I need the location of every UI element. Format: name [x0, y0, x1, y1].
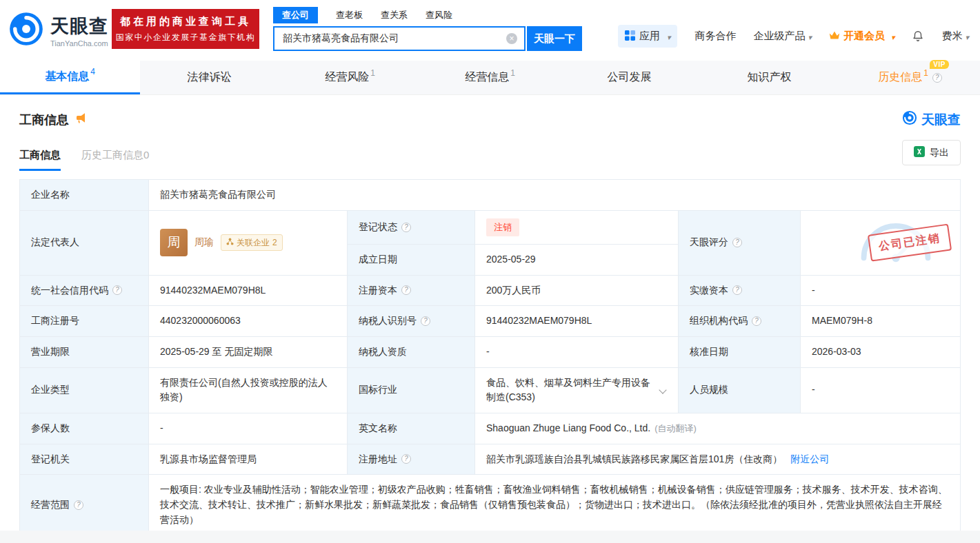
- tianyancha-logo-icon: [902, 110, 917, 129]
- tab-count: 1: [510, 68, 515, 78]
- tab-operation-risk[interactable]: 经营风险1: [280, 61, 420, 94]
- export-button[interactable]: 导出: [902, 140, 961, 165]
- search-tab-boss[interactable]: 查老板: [336, 9, 363, 21]
- tab-intellectual-property[interactable]: 知识产权: [700, 61, 840, 94]
- related-companies-badge[interactable]: 关联企业 2: [221, 234, 283, 252]
- row-business-scope: 经营范围 一般项目: 农业专业及辅助性活动；智能农业管理；初级农产品收购；牲畜销…: [20, 475, 961, 535]
- watermark-logo: 天眼查: [902, 110, 961, 129]
- avatar[interactable]: 周: [160, 229, 188, 256]
- row-credit-code: 统一社会信用代码 91440232MAEM079H8L 注册资本 200万人民币…: [20, 275, 961, 306]
- legal-rep-link[interactable]: 周瑜: [194, 235, 214, 250]
- search-tab-risk[interactable]: 查风险: [426, 9, 452, 21]
- chevron-down-icon: [962, 30, 969, 42]
- tianyancha-logo-icon: [8, 11, 44, 50]
- help-icon[interactable]: [752, 316, 761, 326]
- business-info-table: 企业名称 韶关市猪葛亮食品有限公司 法定代表人 周 周瑜 关联企业 2: [19, 179, 961, 535]
- tab-legal-proceedings[interactable]: 法律诉讼: [140, 61, 280, 94]
- taxpayer-id-value: 91440232MAEM079H8L: [475, 306, 679, 337]
- page-footer-strip: [0, 531, 980, 543]
- label-company-type: 企业类型: [20, 367, 149, 413]
- notification-bell-icon[interactable]: [912, 30, 924, 43]
- section-title-row: 工商信息: [19, 112, 87, 128]
- subtab-history-business-info[interactable]: 历史工商信息0: [81, 149, 149, 171]
- promo-banner: 都在用的商业查询工具 国家中小企业发展子基金旗下机构: [112, 9, 259, 49]
- help-icon[interactable]: [112, 285, 122, 295]
- help-icon[interactable]: [421, 316, 430, 326]
- help-icon[interactable]: [401, 223, 411, 232]
- row-insured-count: 参保人数 - 英文名称 Shaoguan Zhuge Liang Food Co…: [20, 413, 961, 444]
- tab-company-development[interactable]: 公司发展: [560, 61, 700, 94]
- search-tab-company[interactable]: 查公司: [273, 7, 318, 23]
- help-icon[interactable]: [74, 500, 83, 510]
- label-org-code: 组织机构代码: [679, 306, 801, 337]
- search-button[interactable]: 天眼一下: [527, 26, 582, 51]
- search-tab-relation[interactable]: 查关系: [381, 9, 408, 21]
- tab-basic-info[interactable]: 基本信息4: [0, 61, 140, 94]
- tab-label: 历史信息: [878, 70, 922, 85]
- excel-icon: [914, 146, 925, 159]
- reg-address-text: 韶关市乳源瑶族自治县乳城镇民族路移民家属区首层101房（住改商）: [486, 453, 782, 464]
- label-tianyan-score: 天眼评分: [679, 210, 801, 275]
- row-legal-rep: 法定代表人 周 周瑜 关联企业 2: [20, 210, 961, 244]
- tab-count: 1: [923, 68, 928, 78]
- label-reg-capital: 注册资本: [348, 275, 475, 306]
- credit-code-value: 91440232MAEM079H8L: [149, 275, 348, 306]
- watermark-text: 天眼查: [921, 111, 961, 129]
- label-legal-rep: 法定代表人: [20, 210, 149, 275]
- tab-history-info[interactable]: 历史信息1 VIP: [840, 61, 980, 94]
- business-term-value: 2025-05-29 至 无固定期限: [149, 336, 348, 367]
- status-badge: 注销: [486, 218, 519, 236]
- promo-line2: 国家中小企业发展子基金旗下机构: [112, 32, 259, 43]
- label-reg-status: 登记状态: [348, 210, 475, 244]
- company-name-value: 韶关市猪葛亮食品有限公司: [149, 180, 961, 211]
- taxpayer-quality-value: -: [475, 336, 679, 367]
- insured-count-value: -: [149, 413, 348, 444]
- chevron-down-icon: [664, 30, 671, 42]
- chevron-down-icon[interactable]: [659, 387, 666, 394]
- tab-label: 知识产权: [748, 70, 792, 85]
- apps-label: 应用: [639, 30, 660, 43]
- tab-label: 基本信息: [45, 70, 89, 84]
- subtab-business-info[interactable]: 工商信息: [19, 149, 61, 171]
- help-icon[interactable]: [932, 73, 942, 83]
- help-icon[interactable]: [732, 285, 742, 295]
- clear-icon[interactable]: [506, 33, 517, 44]
- english-name-value: Shaoguan Zhuge Liang Food Co., Ltd.(自动翻译…: [475, 413, 961, 444]
- org-code-value: MAEM079H-8: [801, 306, 961, 337]
- nearby-companies-link[interactable]: 附近公司: [790, 453, 829, 464]
- tianyan-score-cell: 公司已注销: [801, 210, 961, 275]
- reg-status-value: 注销: [475, 210, 679, 244]
- english-name-text: Shaoguan Zhuge Liang Food Co., Ltd.: [486, 422, 650, 433]
- nav-cooperation[interactable]: 商务合作: [694, 30, 736, 43]
- label-english-name: 英文名称: [348, 413, 475, 444]
- nav-enterprise[interactable]: 企业级产品: [753, 30, 812, 43]
- help-icon[interactable]: [732, 238, 742, 247]
- related-label: 关联企业: [237, 236, 270, 249]
- brand-domain: TianYanCha.com: [50, 39, 108, 48]
- help-icon[interactable]: [401, 285, 411, 295]
- tab-count: 1: [370, 68, 375, 78]
- company-type-value: 有限责任公司(自然人投资或控股的法人独资): [149, 367, 348, 413]
- legal-rep-value: 周 周瑜 关联企业 2: [149, 210, 348, 275]
- nav-user[interactable]: 费米: [941, 30, 969, 43]
- industry-value: 食品、饮料、烟草及饲料生产专用设备制造(C353): [475, 367, 679, 413]
- tab-operation-info[interactable]: 经营信息1: [420, 61, 560, 94]
- search-input[interactable]: [273, 26, 526, 51]
- business-scope-value: 一般项目: 农业专业及辅助性活动；智能农业管理；初级农产品收购；牲畜销售；畜牧渔…: [149, 475, 961, 535]
- label-staff-size: 人员规模: [679, 367, 801, 413]
- nav-open-vip[interactable]: 开通会员: [829, 30, 895, 43]
- site-logo[interactable]: 天眼查 TianYanCha.com: [8, 11, 108, 50]
- staff-size-value: -: [801, 367, 961, 413]
- user-name: 费米: [941, 30, 962, 43]
- approval-date-value: 2026-03-03: [801, 336, 961, 367]
- megaphone-icon[interactable]: [74, 112, 87, 127]
- site-header: 天眼查 TianYanCha.com 都在用的商业查询工具 国家中小企业发展子基…: [0, 0, 980, 61]
- help-icon[interactable]: [401, 454, 411, 464]
- apps-menu[interactable]: 应用: [618, 25, 678, 48]
- tab-label: 公司发展: [608, 70, 652, 85]
- export-label: 导出: [930, 147, 949, 159]
- label-reg-authority: 登记机关: [20, 444, 149, 475]
- vip-badge: VIP: [930, 60, 949, 69]
- main-content: 工商信息 天眼查 工商信息 历史工商信息0 导出: [0, 95, 980, 543]
- auto-translate-note: (自动翻译): [654, 423, 697, 433]
